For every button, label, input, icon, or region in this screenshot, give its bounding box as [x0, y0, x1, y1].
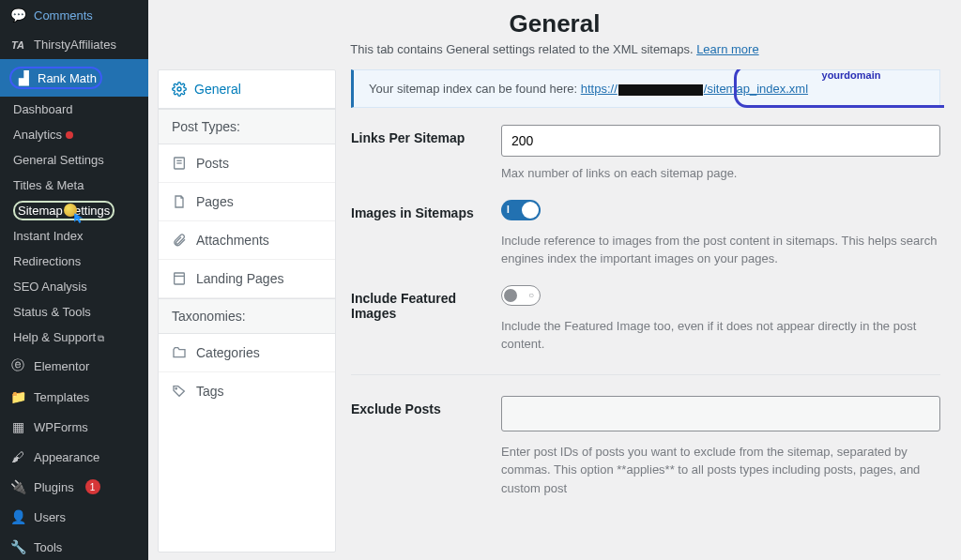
gear-icon [172, 82, 187, 97]
sidebar-label: Comments [34, 8, 93, 23]
svg-point-6 [175, 388, 176, 389]
svg-point-0 [177, 87, 181, 91]
sidebar-sub-titles-meta[interactable]: Titles & Meta [0, 173, 148, 198]
tab-attachments[interactable]: Attachments [159, 221, 335, 260]
field-label: Images in Sitemaps [351, 200, 482, 268]
field-exclude-posts: Exclude Posts Enter post IDs of posts yo… [351, 396, 940, 498]
sidebar-sub-general-settings[interactable]: General Settings [0, 147, 148, 173]
external-icon: ⧉ [98, 333, 104, 343]
folder-icon [172, 345, 187, 360]
post-icon [172, 156, 187, 171]
sidebar-item-comments[interactable]: 💬 Comments [0, 0, 148, 30]
tab-tags[interactable]: Tags [159, 372, 335, 410]
page-icon [172, 194, 187, 209]
brush-icon: 🖌 [9, 449, 26, 464]
sidebar-sub-sitemap-settings[interactable]: Sitemap Settings [0, 198, 148, 223]
field-links-per-sitemap: Links Per Sitemap Max number of links on… [351, 125, 940, 183]
divider [351, 374, 940, 375]
settings-tabs: General Post Types: Posts Pages Attachme… [158, 69, 336, 552]
sitemap-url-link[interactable]: https:///sitemap_index.xml [581, 82, 808, 96]
tab-group-taxonomies: Taxonomies: [159, 298, 335, 334]
links-per-sitemap-input[interactable] [501, 125, 940, 157]
tab-posts[interactable]: Posts [159, 144, 335, 183]
sidebar-label: ThirstyAffiliates [34, 38, 116, 52]
page-title: General [148, 9, 961, 38]
landing-icon [172, 271, 187, 286]
images-toggle[interactable]: I [501, 200, 541, 220]
sidebar-item-tools[interactable]: 🔧Tools [0, 532, 148, 560]
field-images-in-sitemaps: Images in Sitemaps I Include reference t… [351, 200, 940, 268]
tab-group-post-types: Post Types: [159, 109, 335, 144]
sidebar-item-templates[interactable]: 📁Templates [0, 382, 148, 412]
svg-rect-4 [175, 273, 185, 284]
field-featured-images: Include Featured Images ○ Include the Fe… [351, 285, 940, 354]
comment-icon: 💬 [9, 8, 26, 23]
learn-more-link[interactable]: Learn more [696, 42, 758, 56]
tab-pages[interactable]: Pages [159, 183, 335, 221]
field-label: Include Featured Images [351, 285, 482, 354]
annotation-label: yourdomain [822, 69, 881, 81]
page-subtitle: This tab contains General settings relat… [148, 42, 961, 56]
sidebar-sub-redirections[interactable]: Redirections [0, 249, 148, 274]
wrench-icon: 🔧 [9, 539, 26, 554]
sidebar-sub-help-support[interactable]: Help & Support⧉ [0, 325, 148, 350]
badge-count: 1 [85, 479, 100, 494]
field-label: Links Per Sitemap [351, 125, 482, 183]
wpforms-icon: ▦ [9, 419, 26, 434]
exclude-posts-input[interactable] [501, 396, 940, 431]
tab-categories[interactable]: Categories [159, 334, 335, 372]
highlight-cursor-icon [64, 204, 83, 222]
tab-general[interactable]: General [159, 70, 335, 109]
redacted-domain [618, 84, 703, 96]
settings-content: Your sitemap index can be found here: ht… [351, 69, 944, 552]
featured-images-toggle[interactable]: ○ [501, 285, 541, 306]
tab-landing-pages[interactable]: Landing Pages [159, 260, 335, 298]
sidebar-label: Rank Math [38, 71, 97, 85]
tag-icon [172, 384, 187, 399]
sidebar-item-rankmath[interactable]: ▟ Rank Math [0, 59, 148, 97]
plug-icon: 🔌 [9, 479, 26, 494]
sidebar-sub-seo-analysis[interactable]: SEO Analysis [0, 274, 148, 299]
sidebar-sub-instant-index[interactable]: Instant Index [0, 223, 148, 249]
sidebar-item-users[interactable]: 👤Users [0, 502, 148, 532]
ta-icon: TA [9, 39, 26, 51]
wp-admin-sidebar: 💬 Comments TA ThirstyAffiliates ▟ Rank M… [0, 0, 148, 560]
field-help: Include reference to images from the pos… [501, 232, 940, 268]
sidebar-sub-status-tools[interactable]: Status & Tools [0, 299, 148, 325]
field-help: Enter post IDs of posts you want to excl… [501, 443, 940, 498]
paperclip-icon [172, 233, 187, 248]
sidebar-sub-analytics[interactable]: Analytics [0, 122, 148, 147]
rankmath-icon: ▟ [15, 70, 32, 85]
sidebar-item-appearance[interactable]: 🖌Appearance [0, 442, 148, 472]
sidebar-item-elementor[interactable]: ⓔElementor [0, 350, 148, 382]
user-icon: 👤 [9, 509, 26, 524]
field-label: Exclude Posts [351, 396, 482, 498]
dot-icon [66, 131, 73, 139]
field-help: Include the Featured Image too, even if … [501, 317, 940, 354]
templates-icon: 📁 [9, 389, 26, 404]
elementor-icon: ⓔ [9, 357, 26, 374]
sidebar-item-wpforms[interactable]: ▦WPForms [0, 412, 148, 442]
sidebar-item-thirstyaffiliates[interactable]: TA ThirstyAffiliates [0, 30, 148, 59]
sidebar-item-plugins[interactable]: 🔌Plugins1 [0, 472, 148, 502]
sitemap-url-callout: Your sitemap index can be found here: ht… [351, 69, 940, 108]
page-header: General This tab contains General settin… [148, 0, 961, 69]
sidebar-sub-dashboard[interactable]: Dashboard [0, 97, 148, 122]
field-help: Max number of links on each sitemap page… [501, 164, 940, 183]
main-panel: General This tab contains General settin… [148, 0, 961, 560]
